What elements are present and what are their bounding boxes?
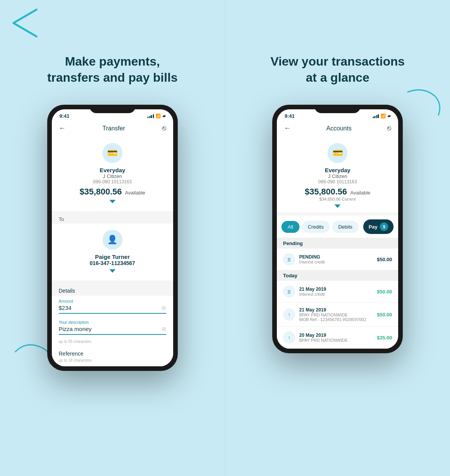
tx-pending-info: PENDING Interest credit (299, 254, 373, 264)
right-panel: View your transactions at a glance 9:41 … (225, 0, 450, 476)
account-name: Everyday (60, 167, 165, 173)
tx-2-amount: $50.00 (377, 312, 392, 318)
right-phone-notch (314, 105, 361, 113)
amount-value-row: $234 ⊗ (59, 304, 166, 314)
desc-value-row: Pizza money ⊗ (59, 325, 166, 335)
tx-3-date: 20 May 2019 (299, 333, 373, 338)
app-header: ← Transfer ⎋ (52, 121, 173, 137)
desc-label: Your description (59, 320, 166, 324)
transaction-today-2: ↑ 21 May 2019 BPAY PRD NATIONWIDE MOB Re… (277, 303, 398, 327)
to-chevron-down-icon[interactable] (109, 269, 116, 273)
available-label: Available (125, 190, 146, 196)
clear-amount-icon[interactable]: ⊗ (161, 304, 166, 311)
deco-triangle (8, 6, 40, 42)
tx-3-desc: BPAY PRD NATIONWIDE (299, 338, 373, 343)
clear-desc-icon[interactable]: ⊗ (161, 325, 166, 333)
tx-3-info: 20 May 2019 BPAY PRD NATIONWIDE (299, 333, 373, 343)
person-icon: 👤 (103, 230, 122, 250)
pending-section-header: Pending (277, 238, 398, 249)
pay-button[interactable]: Pay $ (363, 219, 394, 234)
tx-pending-icon: ⧖ (283, 253, 295, 265)
pay-dollar-icon: $ (380, 222, 388, 231)
status-icons: 📶 ▰ (147, 114, 165, 119)
right-available-label: Available (350, 190, 371, 196)
tx-1-desc: Interest credit (299, 292, 373, 296)
desc-field-group: Your description Pizza money ⊗ (52, 317, 173, 338)
right-app-header: ← Accounts ⎋ (277, 121, 398, 137)
left-panel: Make payments, transfers and pay bills 9… (0, 0, 225, 476)
tx-1-amount: $50.00 (377, 289, 392, 295)
tx-1-date: 21 May 2019 (299, 287, 373, 292)
tx-3-amount: $35.00 (377, 335, 392, 341)
right-account-balance: $35,800.56 (305, 187, 347, 196)
signal-icon (147, 114, 154, 118)
to-account-card: 👤 Paige Turner 016-347-11234567 (52, 224, 173, 280)
to-account-number: 016-347-11234567 (60, 260, 165, 266)
tx-pending-amount: $50.00 (377, 257, 392, 262)
right-status-icons: 📶 ▰ (373, 114, 391, 119)
transaction-today-3: ↑ 20 May 2019 BPAY PRD NATIONWIDE $35.00 (277, 327, 398, 349)
tx-2-info: 21 May 2019 BPAY PRD NATIONWIDE MOB Ref … (299, 307, 373, 322)
right-chevron-down-icon[interactable] (334, 204, 341, 208)
tx-2-icon: ↑ (283, 308, 295, 321)
right-wifi-icon: 📶 (381, 114, 386, 119)
right-current-label: $34,650.06 Current (285, 197, 390, 201)
battery-icon: ▰ (162, 114, 165, 119)
amount-value[interactable]: $234 (59, 305, 71, 311)
right-logout-icon[interactable]: ⎋ (387, 124, 391, 132)
tx-1-info: 21 May 2019 Interest credit (299, 287, 373, 296)
ref-label: Reference (59, 351, 166, 357)
left-phone: 9:41 📶 ▰ ← Transfer ⎋ (47, 105, 178, 371)
pay-label: Pay (369, 224, 377, 230)
tx-1-icon: ⧖ (283, 285, 295, 298)
ref-hint: up to 18 characters (59, 358, 166, 362)
details-label: Details (52, 283, 173, 296)
right-account-number: 086-090 10113163 (285, 179, 390, 184)
right-phone: 9:41 📶 ▰ ← Accounts ⎋ (272, 105, 403, 353)
left-heading: Make payments, transfers and pay bills (40, 54, 185, 86)
to-account-name: Paige Turner (60, 254, 165, 260)
back-icon[interactable]: ← (59, 124, 66, 132)
deco-curve (404, 84, 442, 120)
transaction-today-1: ⧖ 21 May 2019 Interest credit $50.00 (277, 281, 398, 303)
amount-field-group: Amount $234 ⊗ (52, 296, 173, 317)
right-signal-icon (373, 114, 379, 118)
right-app-title: Accounts (326, 125, 352, 132)
tx-3-icon: ↑ (283, 331, 295, 344)
tabs-row: All Credits Debits Pay $ (277, 216, 398, 238)
account-icon: 💳 (103, 143, 122, 163)
right-phone-screen: 9:41 📶 ▰ ← Accounts ⎋ (277, 109, 398, 349)
transaction-pending: ⧖ PENDING Interest credit $50.00 (277, 249, 398, 270)
right-account-name: Everyday (285, 167, 390, 173)
wifi-icon: 📶 (156, 114, 161, 119)
right-account-card: 💳 Everyday J Citizen 086-090 10113163 $3… (277, 137, 398, 212)
reference-section: Reference up to 18 characters (52, 347, 173, 366)
tx-pending-status: PENDING (299, 254, 373, 260)
account-balance: $35,800.56 (79, 187, 122, 196)
desc-value[interactable]: Pizza money (59, 326, 92, 332)
tab-credits[interactable]: Credits (302, 221, 330, 233)
right-heading: View your transactions at a glance (265, 54, 410, 86)
tx-pending-desc: Interest credit (299, 260, 373, 264)
app-title: Transfer (103, 125, 125, 132)
right-account-icon: 💳 (328, 143, 347, 163)
tab-all[interactable]: All (281, 221, 299, 233)
chevron-down-icon[interactable] (109, 200, 116, 203)
from-account-card: 💳 Everyday J Citizen 086-090 10113163 $3… (52, 137, 173, 211)
today-section-header: Today (277, 270, 398, 281)
tx-2-desc: BPAY PRD NATIONWIDE MOB Ref - 123456781 … (299, 313, 373, 322)
tab-debits[interactable]: Debits (332, 221, 359, 233)
phone-screen: 9:41 📶 ▰ ← Transfer ⎋ (52, 109, 173, 366)
to-label: To (52, 214, 173, 224)
desc-hint: up to 55 characters (52, 338, 173, 347)
account-number: 086-090 10113163 (60, 179, 165, 184)
right-back-icon[interactable]: ← (284, 124, 291, 132)
tx-2-date: 21 May 2019 (299, 307, 373, 313)
logout-icon[interactable]: ⎋ (162, 124, 166, 132)
status-time: 9:41 (60, 113, 69, 119)
amount-label: Amount (59, 299, 166, 303)
account-holder: J Citizen (60, 173, 165, 179)
right-battery-icon: ▰ (387, 114, 390, 119)
right-status-time: 9:41 (285, 113, 294, 119)
right-account-holder: J Citizen (285, 173, 390, 179)
